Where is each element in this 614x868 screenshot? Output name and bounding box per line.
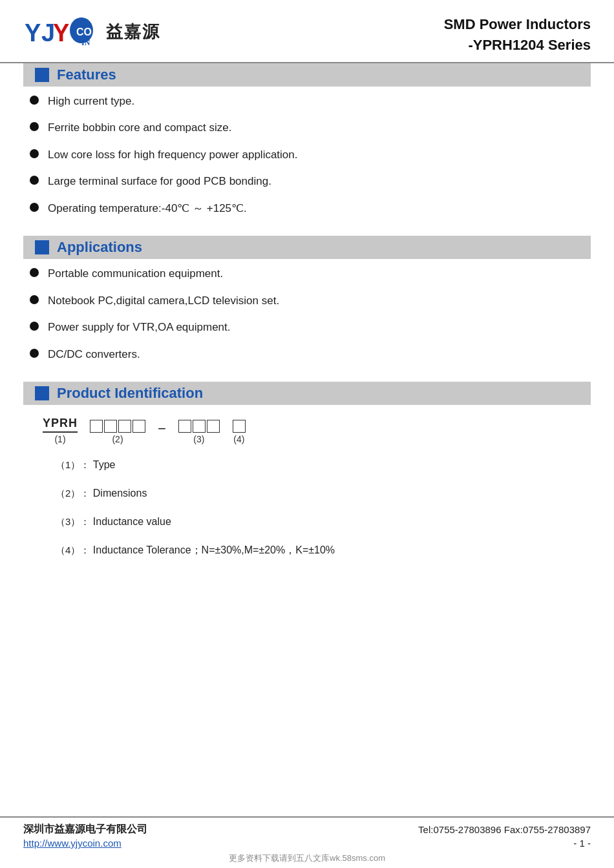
bullet-dot [30,203,39,212]
applications-title: Applications [57,239,142,256]
bullet-dot [30,322,39,331]
list-item: DC/DC converters. [30,346,591,363]
list-item: Low core loss for high frequency power a… [30,147,591,163]
applications-section: Applications Portable communication equi… [23,236,591,379]
def-text-3: Inductance value [93,516,171,527]
code-part-3: (3) [178,420,220,444]
code-label-2: (2) [112,434,123,444]
code-part-2: (2) [89,420,146,444]
code-box [207,420,220,433]
list-item: Portable communication equipment. [30,265,591,282]
bullet-dot [30,176,39,185]
footer-contact: Tel:0755-27803896 Fax:0755-27803897 [418,824,591,835]
bullet-dot [30,96,39,105]
def-item-1: （1）： Type [56,457,584,473]
page-wrapper: Y J Y CO IN 益嘉源 SMD Power Inductors -YPR… [0,0,614,868]
bullet-dot [30,349,39,358]
svg-text:Y: Y [53,19,69,46]
footer-company: 深圳市益嘉源电子有限公司 [23,823,147,836]
code-box [118,420,131,433]
title-line2: -YPRH1204 Series [444,35,591,56]
product-id-content: YPRH (1) (2) − [23,405,591,577]
product-id-bar: Product Identification [23,382,591,405]
svg-text:CO: CO [76,26,92,37]
footer-bottom: 更多资料下载请到五八文库wk.58sms.com [23,852,591,867]
list-item: Ferrite bobbin core and compact size. [30,119,591,136]
footer-url[interactable]: http://www.yjycoin.com [23,838,122,849]
def-item-2: （2）： Dimensions [56,486,584,501]
applications-bar: Applications [23,236,591,259]
code-yprh: YPRH [43,417,78,433]
app-item-1: Portable communication equipment. [48,265,223,282]
features-bar-square [35,68,49,82]
bullet-dot [30,268,39,277]
feature-item-2: Ferrite bobbin core and compact size. [48,119,231,136]
def-num-4: （4）： [56,544,90,555]
definitions: （1）： Type （2）： Dimensions （3）： Inductanc… [36,457,584,558]
app-item-2: Notebook PC,digital camera,LCD televisio… [48,293,279,309]
svg-text:Y: Y [25,19,41,46]
code-box [90,420,103,433]
code-label-3: (3) [193,434,204,444]
footer: 深圳市益嘉源电子有限公司 Tel:0755-27803896 Fax:0755-… [0,816,614,868]
def-num-2: （2）： [56,488,90,499]
list-item: Operating temperature:-40℃ ～ +125℃. [30,200,591,217]
product-id-bar-square [35,386,49,400]
bullet-dot [30,122,39,131]
feature-item-3: Low core loss for high frequency power a… [48,147,298,163]
def-num-1: （1）： [56,459,90,470]
code-part-4: (4) [232,420,246,444]
code-box [132,420,145,433]
features-title: Features [57,67,116,83]
footer-page: - 1 - [573,838,591,849]
def-item-4: （4）： Inductance Tolerance；N=±30%,M=±20%，… [56,542,584,558]
code-box [233,420,246,433]
logo-area: Y J Y CO IN 益嘉源 [23,14,160,49]
list-item: High current type. [30,93,591,110]
header: Y J Y CO IN 益嘉源 SMD Power Inductors -YPR… [0,0,614,63]
features-section: Features High current type. Ferrite bobb… [23,63,591,234]
code-part-1: YPRH (1) [43,417,78,444]
features-bar: Features [23,63,591,87]
def-num-3: （3）： [56,516,90,527]
product-id-section: Product Identification YPRH (1) [23,382,591,577]
feature-item-4: Large terminal surface for good PCB bond… [48,173,271,190]
footer-row2: http://www.yjycoin.com - 1 - [23,838,591,849]
code-box [178,420,191,433]
def-text-4: Inductance Tolerance；N=±30%,M=±20%，K=±10… [93,544,335,555]
code-label-1: (1) [54,434,65,444]
app-item-4: DC/DC converters. [48,346,140,363]
main-content: Features High current type. Ferrite bobb… [0,63,614,816]
code-box [193,420,206,433]
code-boxes-3 [178,420,220,433]
applications-bar-square [35,240,49,254]
list-item: Large terminal surface for good PCB bond… [30,173,591,190]
code-diagram: YPRH (1) (2) − [43,417,584,444]
logo-icon: Y J Y CO IN [23,14,101,49]
def-text-1: Type [93,459,116,470]
code-boxes-4 [232,420,246,433]
title-line1: SMD Power Inductors [444,14,591,35]
header-title: SMD Power Inductors -YPRH1204 Series [444,14,591,56]
bullet-dot [30,149,39,158]
bullet-dot [30,295,39,304]
def-item-3: （3）： Inductance value [56,514,584,530]
list-item: Notebook PC,digital camera,LCD televisio… [30,293,591,309]
feature-item-1: High current type. [48,93,134,110]
code-boxes-2 [89,420,146,433]
code-box [104,420,117,433]
features-list: High current type. Ferrite bobbin core a… [23,87,591,234]
code-label-4: (4) [233,434,244,444]
list-item: Power supply for VTR,OA equipment. [30,319,591,336]
app-item-3: Power supply for VTR,OA equipment. [48,319,231,336]
logo-text-cn: 益嘉源 [106,21,160,43]
applications-list: Portable communication equipment. Notebo… [23,259,591,379]
code-dash: − [158,420,166,437]
product-id-title: Product Identification [57,385,203,402]
footer-row1: 深圳市益嘉源电子有限公司 Tel:0755-27803896 Fax:0755-… [23,823,591,836]
def-text-2: Dimensions [93,488,147,499]
svg-text:IN: IN [81,38,90,47]
feature-item-5: Operating temperature:-40℃ ～ +125℃. [48,200,247,217]
